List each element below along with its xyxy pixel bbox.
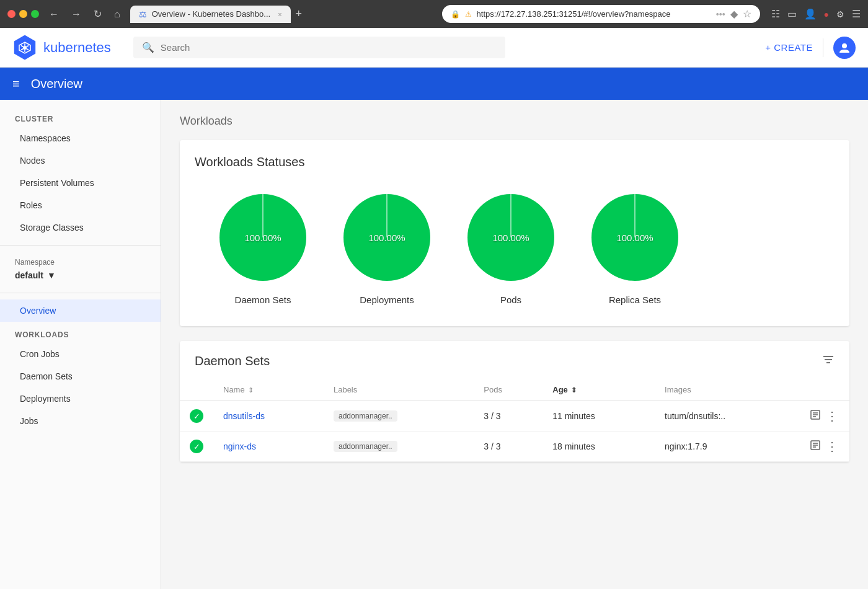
header-right: + CREATE (765, 37, 856, 59)
more-options-icon[interactable]: ••• (716, 9, 725, 19)
sidebar-item-overview[interactable]: Overview (0, 299, 161, 322)
browser-tab[interactable]: ⚖ Overview - Kubernetes Dashbo... × (130, 6, 291, 23)
deployments-percent: 100.00% (368, 232, 405, 243)
nginx-ds-link[interactable]: nginx-ds (223, 441, 256, 451)
row1-status: ✓ (180, 401, 213, 432)
app-header: kubernetes 🔍 + CREATE (0, 28, 868, 68)
sidebar-toggle-icon[interactable]: ▭ (787, 8, 797, 20)
sidebar: Cluster Namespaces Nodes Persistent Volu… (0, 100, 161, 589)
search-bar[interactable]: 🔍 (133, 37, 505, 58)
overflow-icon[interactable]: ☰ (852, 8, 861, 20)
sidebar-item-cron-jobs[interactable]: Cron Jobs (0, 343, 161, 365)
replica-sets-circle: 100.00% (585, 188, 684, 287)
record-icon[interactable]: ● (824, 9, 829, 19)
svg-line-3 (21, 45, 24, 46)
row2-more-icon[interactable]: ⋮ (826, 439, 838, 454)
svg-line-5 (21, 48, 24, 50)
row1-name: dnsutils-ds (213, 401, 324, 432)
sidebar-item-storage-classes[interactable]: Storage Classes (0, 216, 161, 239)
row2-actions: ⋮ (800, 432, 849, 462)
account-icon[interactable]: 👤 (804, 8, 817, 20)
library-icon[interactable]: ☷ (771, 8, 780, 20)
create-button[interactable]: + CREATE (765, 42, 813, 53)
row2-age: 18 minutes (542, 432, 655, 462)
dnsutils-ds-link[interactable]: dnsutils-ds (223, 411, 265, 421)
workloads-section-title: Workloads (0, 322, 161, 343)
warning-icon: ⚠ (465, 10, 472, 19)
create-label: + CREATE (765, 42, 813, 53)
close-tab-button[interactable]: × (278, 11, 281, 18)
col-pods-header[interactable]: Pods (474, 379, 542, 401)
row2-status: ✓ (180, 432, 213, 462)
col-labels-header[interactable]: Labels (324, 379, 474, 401)
row1-label-chip: addonmanager.. (334, 410, 397, 422)
hamburger-menu[interactable]: ≡ (12, 77, 20, 91)
age-sort-icon[interactable]: ⇕ (571, 386, 577, 394)
namespace-selector[interactable]: default ▼ (15, 270, 146, 280)
user-avatar[interactable] (833, 37, 856, 59)
pods-percent: 100.00% (492, 232, 529, 243)
search-input[interactable] (161, 42, 497, 53)
close-window-button[interactable] (7, 10, 16, 18)
chevron-down-icon: ▼ (47, 270, 56, 280)
svg-line-4 (27, 48, 29, 50)
daemon-sets-header: Daemon Sets (180, 353, 849, 379)
back-button[interactable]: ← (45, 7, 63, 21)
sidebar-item-daemon-sets[interactable]: Daemon Sets (0, 365, 161, 388)
status-circles: 100.00% Daemon Sets 100.00% Deployments (195, 182, 835, 311)
home-button[interactable]: ⌂ (110, 7, 124, 21)
row1-images: tutum/dnsutils:.. (655, 401, 800, 432)
deployments-label: Deployments (360, 294, 414, 305)
row2-action-buttons: ⋮ (810, 439, 839, 454)
maximize-window-button[interactable] (31, 10, 39, 18)
status-check-icon: ✓ (190, 409, 203, 423)
sidebar-item-persistent-volumes[interactable]: Persistent Volumes (0, 172, 161, 194)
minimize-window-button[interactable] (19, 10, 27, 18)
browser-nav: ← → ↻ ⌂ (45, 7, 124, 21)
extension-icon[interactable]: ⚙ (836, 9, 844, 19)
row1-more-icon[interactable]: ⋮ (826, 409, 838, 423)
row1-age: 11 minutes (542, 401, 655, 432)
daemon-sets-label: Daemon Sets (235, 294, 291, 305)
sidebar-item-namespaces[interactable]: Namespaces (0, 127, 161, 149)
row2-images: nginx:1.7.9 (655, 432, 800, 462)
replica-sets-label: Replica Sets (609, 294, 661, 305)
address-bar[interactable]: 🔒 ⚠ https://172.27.138.251:31251/#!/over… (442, 5, 760, 23)
row2-pods: 3 / 3 (474, 432, 542, 462)
filter-icon[interactable] (822, 353, 835, 369)
daemon-sets-circle-item: 100.00% Daemon Sets (213, 188, 312, 305)
svg-point-7 (842, 43, 847, 48)
browser-window-controls (7, 10, 39, 18)
app-logo-text: kubernetes (43, 40, 111, 56)
namespace-label: Namespace (15, 258, 146, 267)
address-text: https://172.27.138.251:31251/#!/overview… (477, 9, 711, 19)
row1-logs-icon[interactable] (810, 409, 821, 423)
col-name-header[interactable]: Name ⇕ (213, 379, 324, 401)
sidebar-item-nodes[interactable]: Nodes (0, 149, 161, 172)
bookmark-icon[interactable]: ◆ (730, 8, 738, 20)
forward-button[interactable]: → (68, 7, 85, 21)
col-images-header[interactable]: Images (655, 379, 800, 401)
sidebar-item-jobs[interactable]: Jobs (0, 410, 161, 432)
table-row: ✓ nginx-ds addonmanager.. 3 / 3 18 minut… (180, 432, 849, 462)
browser-menu: ☷ ▭ 👤 ● ⚙ ☰ (771, 8, 861, 20)
daemon-sets-percent: 100.00% (244, 232, 281, 243)
row1-pods: 3 / 3 (474, 401, 542, 432)
lock-icon: 🔒 (451, 10, 460, 19)
row1-labels: addonmanager.. (324, 401, 474, 432)
new-tab-button[interactable]: + (296, 7, 303, 20)
daemon-sets-card-title: Daemon Sets (195, 354, 270, 368)
row2-labels: addonmanager.. (324, 432, 474, 462)
cluster-section-title: Cluster (0, 106, 161, 127)
star-icon[interactable]: ☆ (743, 8, 751, 20)
name-sort-icon[interactable]: ⇕ (248, 386, 254, 394)
col-age-header[interactable]: Age ⇕ (542, 379, 655, 401)
row1-actions: ⋮ (800, 401, 849, 432)
sidebar-item-deployments[interactable]: Deployments (0, 388, 161, 410)
refresh-button[interactable]: ↻ (90, 7, 105, 21)
sidebar-item-roles[interactable]: Roles (0, 194, 161, 216)
workloads-status-card: Workloads Statuses 100.00% Daemon Sets (180, 140, 849, 326)
tab-title: Overview - Kubernetes Dashbo... (152, 9, 270, 19)
row2-logs-icon[interactable] (810, 440, 821, 454)
col-actions-header (800, 379, 849, 401)
